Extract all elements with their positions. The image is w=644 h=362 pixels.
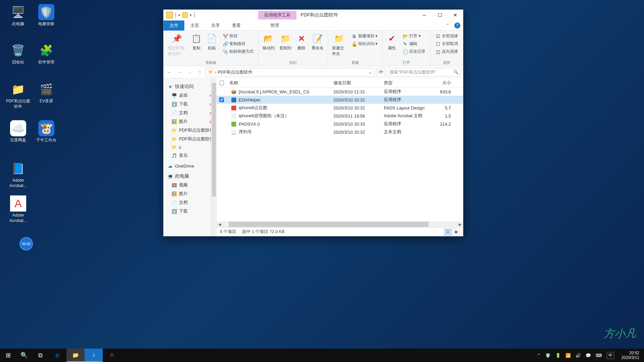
invert-selection-button[interactable]: ◫反向选择 xyxy=(434,48,459,55)
collapse-ribbon-icon[interactable]: ⌃ xyxy=(446,23,450,28)
clock[interactable]: 20:52 2020/3/11 xyxy=(619,351,642,360)
help-icon[interactable]: ? xyxy=(454,22,460,29)
file-row[interactable]: 📃序列号2020/3/10 20:32文本文档 xyxy=(217,128,463,136)
recent-dropdown[interactable]: ⌄ xyxy=(186,68,194,76)
search-input[interactable]: 搜索"PDF和点位图软件" 🔍 xyxy=(387,68,461,77)
select-none-button[interactable]: ☐全部取消 xyxy=(434,40,459,47)
desktop-icon-ev-recorder[interactable]: 🎬EV录屏 xyxy=(34,81,59,104)
desktop-icon-qianniu[interactable]: 🐮千牛工作台 xyxy=(34,120,59,143)
paste-button[interactable]: 📄粘贴 xyxy=(204,32,219,52)
column-type[interactable]: 类型 xyxy=(381,80,431,86)
taskbar-app-2[interactable]: ♪ xyxy=(85,349,103,362)
search-button[interactable]: 🔍 xyxy=(16,349,32,362)
properties-button[interactable]: ✔属性 xyxy=(384,32,399,52)
desktop-icon-acrobat-1[interactable]: 📘Adobe Acrobat... xyxy=(5,161,31,188)
start-button[interactable]: ⊞ xyxy=(0,349,16,362)
select-all-checkbox[interactable] xyxy=(217,81,227,85)
close-button[interactable]: ✕ xyxy=(448,10,463,20)
security-icon[interactable]: 🛡️ xyxy=(545,353,551,358)
nav-quick-access[interactable]: ★快速访问 xyxy=(164,82,216,91)
desktop-icon-software-mgr[interactable]: 🧩软件管理 xyxy=(34,42,59,65)
history-button[interactable]: 🕘历史记录 xyxy=(401,48,427,55)
horizontal-scrollbar[interactable]: ◀ ▶ xyxy=(217,221,463,227)
edit-button[interactable]: ✎编辑 xyxy=(401,40,427,47)
column-name[interactable]: 名称 xyxy=(227,80,331,86)
nav-music[interactable]: 🎵音乐 xyxy=(164,151,216,160)
copy-button[interactable]: 📋复制 xyxy=(189,32,204,52)
nav-this-pc[interactable]: 💻此电脑 xyxy=(164,172,216,181)
battery-icon[interactable]: 🔋 xyxy=(555,353,561,358)
desktop-icon-baidu-netdisk[interactable]: ☁️百度网盘 xyxy=(5,120,31,143)
wifi-icon[interactable]: 📶 xyxy=(565,353,571,358)
rename-button[interactable]: 📝重命名 xyxy=(310,32,326,52)
cut-button[interactable]: ✂️剪切 xyxy=(221,33,255,40)
file-row[interactable]: 📦[Acrobat.9.].APRO9_Win_ESD1_CS2020/3/10… xyxy=(217,88,463,96)
delete-button[interactable]: ✕删除 xyxy=(294,32,309,52)
column-size[interactable]: 大小 xyxy=(431,80,454,86)
nav-s-folder[interactable]: 📁s xyxy=(164,143,216,151)
nav-videos[interactable]: 🎞️视频 xyxy=(164,181,216,189)
nav-pictures[interactable]: 🖼️图片📌 xyxy=(164,117,216,126)
keyboard-icon[interactable]: ⌨ xyxy=(596,353,602,358)
file-row[interactable]: 🟥iphone6点位图2020/3/10 20:32PADS Layout De… xyxy=(217,104,463,112)
nav-downloads-2[interactable]: ⬇️下载 xyxy=(164,207,216,216)
forward-button[interactable]: → xyxy=(176,68,184,76)
taskbar-acrobat[interactable]: A xyxy=(103,349,121,362)
nav-scrollbar[interactable] xyxy=(211,78,216,236)
file-row[interactable]: 🟦EDAHelper2020/3/10 20:32应用程序 xyxy=(217,96,463,104)
nav-pdf-folder-2[interactable]: 📁PDF和点位图软件 xyxy=(164,135,216,143)
maximize-button[interactable]: ☐ xyxy=(432,10,448,20)
nav-pdf-folder-1[interactable]: 📁PDF和点位图软件 xyxy=(164,126,216,135)
scroll-right-icon[interactable]: ▶ xyxy=(457,222,463,227)
taskbar-edge[interactable]: e xyxy=(48,349,66,362)
copy-to-button[interactable]: 📁复制到 xyxy=(277,32,293,52)
task-view-button[interactable]: ⧉ xyxy=(32,349,48,362)
refresh-button[interactable]: ⟳ xyxy=(376,68,385,77)
up-button[interactable]: ↑ xyxy=(196,68,204,76)
folder-icon[interactable] xyxy=(182,12,188,18)
recorder-widget[interactable]: 00:00 xyxy=(19,237,33,251)
desktop-icon-this-pc[interactable]: 🖥️此电脑 xyxy=(5,4,31,27)
easy-access-button[interactable]: 🔓轻松访问 ▾ xyxy=(350,40,379,47)
nav-downloads[interactable]: ⬇️下载📌 xyxy=(164,100,216,108)
nav-onedrive[interactable]: ☁OneDrive xyxy=(164,162,216,170)
column-date[interactable]: 修改日期 xyxy=(331,80,381,86)
folder-icon[interactable] xyxy=(166,12,173,18)
thumbnails-view-button[interactable]: ▦ xyxy=(452,229,460,235)
tab-home[interactable]: 主页 xyxy=(184,20,205,31)
paste-shortcut-button[interactable]: 📎粘贴快捷方式 xyxy=(221,48,255,55)
address-bar[interactable]: 📁 › PDF和点位图软件 ⌄ xyxy=(206,68,374,77)
move-to-button[interactable]: 📂移动到 xyxy=(261,32,277,52)
taskbar-explorer[interactable]: 📁 xyxy=(66,349,85,362)
desktop-icon-recycle-bin[interactable]: 🗑️回收站 xyxy=(5,42,31,65)
back-button[interactable]: ← xyxy=(166,68,174,76)
copy-path-button[interactable]: 🔗复制路径 xyxy=(221,40,255,47)
ime-indicator[interactable]: 中 xyxy=(607,352,614,359)
file-row[interactable]: 📄iphone6原理图纸（未注）2020/3/11 19:56Adobe Acr… xyxy=(217,112,463,120)
breadcrumb-path[interactable]: PDF和点位图软件 xyxy=(218,69,252,75)
select-all-button[interactable]: ☑全部选择 xyxy=(434,33,459,40)
row-checkbox[interactable] xyxy=(217,97,227,102)
desktop-icon-pc-manager[interactable]: 🛡️电脑管家 xyxy=(34,4,59,27)
tray-expand-icon[interactable]: ⌃ xyxy=(537,353,541,358)
nav-pictures-2[interactable]: 🖼️图片 xyxy=(164,189,216,198)
file-row[interactable]: 🟩PADSVX.02020/3/10 20:33应用程序214,2 xyxy=(217,120,463,128)
chevron-down-icon[interactable]: ⌄ xyxy=(368,70,372,75)
new-folder-button[interactable]: 📁新建文件夹 xyxy=(330,32,348,58)
chevron-down-icon[interactable]: ▾ xyxy=(178,13,180,17)
tab-view[interactable]: 查看 xyxy=(226,20,247,31)
tab-share[interactable]: 共享 xyxy=(205,20,226,31)
desktop-icon-pdf-folder[interactable]: 📁PDF和点位图软件 xyxy=(5,81,31,109)
chevron-down-icon[interactable]: ▾ xyxy=(190,13,192,17)
scroll-left-icon[interactable]: ◀ xyxy=(217,222,223,227)
desktop-icon-acrobat-2[interactable]: AAdobe Acrobat... xyxy=(5,195,31,223)
nav-desktop[interactable]: 🖥️桌面📌 xyxy=(164,91,216,100)
tab-manage[interactable]: 管理 xyxy=(264,20,285,31)
nav-documents-2[interactable]: 📄文档 xyxy=(164,198,216,207)
nav-documents[interactable]: 📄文档📌 xyxy=(164,108,216,117)
new-item-button[interactable]: 🗎新建项目 ▾ xyxy=(350,33,379,40)
details-view-button[interactable]: ☰ xyxy=(444,229,452,235)
tab-file[interactable]: 文件 xyxy=(164,20,184,31)
action-center-icon[interactable]: 💬 xyxy=(586,353,591,358)
volume-icon[interactable]: 🔊 xyxy=(576,353,581,358)
